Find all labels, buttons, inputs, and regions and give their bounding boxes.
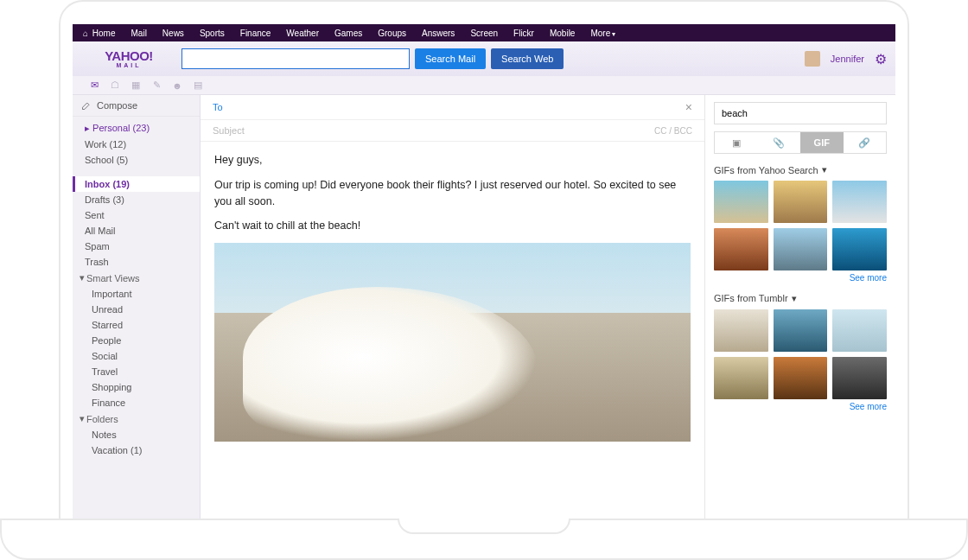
gif-thumb[interactable] [714, 181, 768, 223]
mail-app-icon[interactable]: ✉ [88, 80, 100, 92]
nav-finance[interactable]: Finance [240, 29, 271, 38]
chevron-down-icon: ▾ [80, 272, 85, 283]
search-mail-button[interactable]: Search Mail [415, 48, 486, 69]
gif-thumb[interactable] [714, 228, 768, 270]
pencil-icon [81, 100, 92, 111]
compose-button[interactable]: Compose [73, 95, 200, 117]
gif-thumb[interactable] [832, 181, 887, 223]
sidebar-item-spam[interactable]: Spam [73, 239, 200, 254]
chevron-down-icon: ▾ [80, 413, 85, 424]
gif-thumb[interactable] [714, 309, 768, 352]
sidebar-sv-travel[interactable]: Travel [73, 364, 200, 379]
contacts-app-icon[interactable]: ☖ [109, 80, 121, 92]
sidebar-item-work[interactable]: Work (12) [73, 137, 200, 152]
compose-body[interactable]: Hey guys, Our trip is coming up! Did eve… [201, 142, 704, 527]
sidebar-item-personal[interactable]: ▸ Personal (23) [73, 120, 200, 137]
messenger-app-icon[interactable]: ☻ [171, 80, 183, 92]
search-input[interactable] [182, 48, 410, 69]
sidebar-item-trash[interactable]: Trash [73, 254, 200, 270]
gif-thumb[interactable] [714, 357, 768, 399]
gif-search-input[interactable] [714, 102, 887, 124]
calendar-app-icon[interactable]: ▦ [130, 80, 142, 92]
close-icon[interactable]: × [685, 100, 692, 114]
body-line: Can't wait to chill at the beach! [214, 218, 691, 234]
image-icon: ▣ [732, 137, 741, 149]
username-label[interactable]: Jennifer [831, 54, 864, 64]
app-icon-strip: ✉ ☖ ▦ ✎ ☻ ▤ [73, 76, 895, 95]
yahoo-mail-logo: YAHOO!MAIL [81, 49, 176, 68]
rail-tab-attach[interactable]: 📎 [758, 132, 801, 153]
subject-placeholder: Subject [213, 125, 245, 136]
home-icon: ⌂ [83, 29, 88, 38]
sidebar: Compose ▸ Personal (23) Work (12) School… [73, 95, 201, 558]
nav-home[interactable]: ⌂ Home [83, 29, 116, 38]
to-label: To [213, 102, 223, 112]
nav-weather[interactable]: Weather [286, 29, 319, 38]
nav-screen[interactable]: Screen [470, 29, 498, 38]
gif-thumb[interactable] [832, 309, 887, 352]
to-field-row[interactable]: To × [201, 95, 704, 120]
sidebar-item-school[interactable]: School (5) [73, 152, 200, 168]
sidebar-item-sent[interactable]: Sent [73, 207, 200, 223]
sidebar-folder-notes[interactable]: Notes [73, 427, 200, 442]
news-app-icon[interactable]: ▤ [192, 80, 204, 92]
body-line: Our trip is coming up! Did everyone book… [214, 177, 691, 210]
body-line: Hey guys, [214, 152, 691, 169]
rail-tab-gif[interactable]: GIF [800, 132, 844, 153]
sidebar-item-inbox[interactable]: Inbox (19) [73, 176, 200, 192]
sidebar-sv-important[interactable]: Important [73, 286, 200, 302]
subject-field-row[interactable]: Subject CC / BCC [201, 120, 704, 142]
rail-section-yahoo[interactable]: GIFs from Yahoo Search ▾ [714, 164, 887, 175]
nav-sports[interactable]: Sports [200, 29, 225, 38]
rail-tab-link[interactable]: 🔗 [844, 132, 887, 153]
sidebar-sv-people[interactable]: People [73, 333, 200, 348]
nav-news[interactable]: News [162, 29, 184, 38]
compose-pane: To × Subject CC / BCC Hey guys, Our trip… [201, 95, 705, 558]
chevron-down-icon: ▾ [792, 293, 797, 304]
sidebar-sv-starred[interactable]: Starred [73, 317, 200, 333]
gear-icon[interactable]: ⚙ [875, 51, 887, 67]
gif-thumb[interactable] [774, 228, 828, 270]
link-icon: 🔗 [858, 137, 870, 149]
inline-image[interactable] [214, 243, 691, 442]
gif-rail: ▣ 📎 GIF 🔗 GIFs from Yahoo Search ▾ See m… [705, 95, 895, 558]
notepad-app-icon[interactable]: ✎ [150, 80, 162, 92]
sidebar-sv-social[interactable]: Social [73, 348, 200, 364]
sidebar-sv-finance[interactable]: Finance [73, 395, 200, 410]
gif-thumb[interactable] [832, 228, 887, 270]
sidebar-item-allmail[interactable]: All Mail [73, 223, 200, 239]
gif-thumb[interactable] [774, 357, 828, 399]
yahoo-top-nav: ⌂ Home Mail News Sports Finance Weather … [73, 24, 895, 41]
chevron-down-icon: ▾ [822, 164, 827, 175]
gif-thumb[interactable] [774, 309, 828, 352]
see-more-yahoo[interactable]: See more [714, 273, 887, 283]
rail-section-tumblr[interactable]: GIFs from Tumblr ▾ [714, 293, 887, 304]
sidebar-item-drafts[interactable]: Drafts (3) [73, 192, 200, 207]
see-more-tumblr[interactable]: See more [714, 402, 887, 411]
gif-thumb[interactable] [774, 181, 828, 223]
sidebar-head-folders[interactable]: ▾Folders [73, 410, 200, 427]
sidebar-sv-shopping[interactable]: Shopping [73, 379, 200, 395]
nav-games[interactable]: Games [334, 29, 362, 38]
chevron-down-icon: ▾ [612, 30, 615, 38]
gif-thumb[interactable] [832, 357, 887, 399]
sidebar-folder-vacation[interactable]: Vacation (1) [73, 442, 200, 458]
sidebar-sv-unread[interactable]: Unread [73, 302, 200, 317]
nav-more[interactable]: More▾ [590, 29, 615, 38]
sidebar-head-smartviews[interactable]: ▾Smart Views [73, 270, 200, 286]
nav-groups[interactable]: Groups [378, 29, 406, 38]
nav-flickr[interactable]: Flickr [513, 29, 534, 38]
nav-mail[interactable]: Mail [131, 29, 147, 38]
search-web-button[interactable]: Search Web [491, 48, 564, 69]
rail-tab-image[interactable]: ▣ [715, 132, 758, 153]
nav-mobile[interactable]: Mobile [550, 29, 575, 38]
cc-bcc-toggle[interactable]: CC / BCC [654, 126, 692, 136]
gif-rail-tabs: ▣ 📎 GIF 🔗 [714, 131, 887, 154]
avatar[interactable] [805, 51, 820, 67]
paperclip-icon: 📎 [773, 137, 785, 149]
header-bar: YAHOO!MAIL Search Mail Search Web Jennif… [73, 41, 895, 76]
nav-answers[interactable]: Answers [422, 29, 455, 38]
